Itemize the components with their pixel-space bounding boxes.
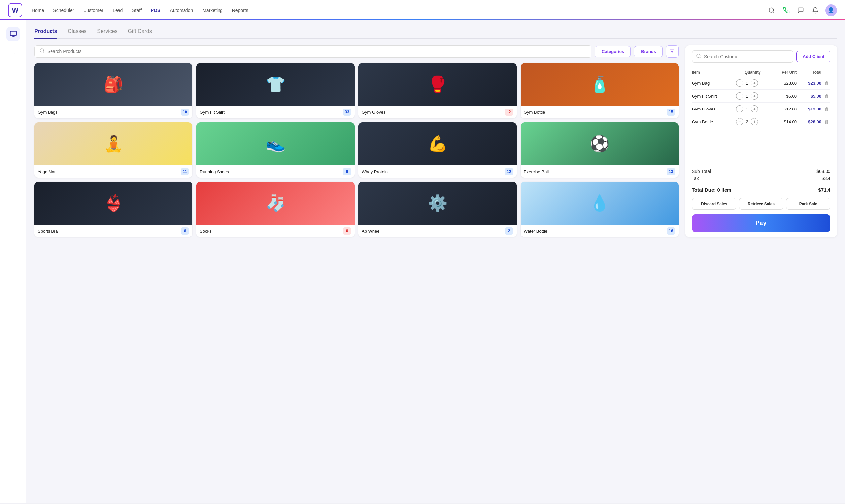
brands-button[interactable]: Brands bbox=[634, 46, 663, 57]
qty-decrease-button[interactable]: − bbox=[736, 92, 743, 100]
product-card[interactable]: 👕 Gym Fit Shirt 33 bbox=[196, 63, 354, 119]
tab-classes[interactable]: Classes bbox=[68, 29, 87, 39]
totals-section: Sub Total $68.00 Tax $3.4 Total Due: 0 I… bbox=[692, 165, 830, 232]
notification-icon[interactable] bbox=[811, 6, 820, 15]
whatsapp-icon[interactable] bbox=[796, 6, 805, 15]
sidebar-collapse-arrow[interactable]: → bbox=[11, 50, 16, 56]
pay-button[interactable]: Pay bbox=[692, 214, 830, 232]
customer-search-box[interactable] bbox=[692, 51, 793, 63]
main-wrap: → Products Classes Services Gift Cards bbox=[0, 20, 845, 503]
product-card[interactable]: 🎒 Gym Bags 10 bbox=[34, 63, 192, 119]
quantity-control: − 1 + bbox=[736, 92, 769, 100]
delete-item-button[interactable]: 🗑 bbox=[823, 119, 830, 125]
product-image: ⚙️ bbox=[358, 182, 516, 224]
logo-letter: W bbox=[12, 6, 19, 15]
product-card[interactable]: 💧 Water Bottle 16 bbox=[521, 182, 679, 237]
product-name: Water Bottle bbox=[524, 229, 547, 234]
quantity-control: − 1 + bbox=[736, 105, 769, 112]
product-image: 💧 bbox=[521, 182, 679, 224]
product-name: Exercise Ball bbox=[524, 169, 549, 174]
qty-number: 1 bbox=[745, 81, 749, 86]
product-card[interactable]: ⚙️ Ab Wheel 2 bbox=[358, 182, 516, 237]
product-image: ⚽ bbox=[521, 122, 679, 165]
nav-marketing[interactable]: Marketing bbox=[203, 7, 223, 13]
per-unit-price: $5.00 bbox=[770, 94, 797, 98]
categories-button[interactable]: Categories bbox=[595, 46, 631, 57]
search-icon[interactable] bbox=[767, 6, 776, 15]
product-footer: Water Bottle 16 bbox=[521, 224, 679, 237]
search-customer-input[interactable] bbox=[704, 54, 789, 59]
nav-reports[interactable]: Reports bbox=[232, 7, 248, 13]
tab-gift-cards[interactable]: Gift Cards bbox=[128, 29, 152, 39]
tab-services[interactable]: Services bbox=[97, 29, 117, 39]
delete-item-button[interactable]: 🗑 bbox=[823, 106, 830, 112]
qty-decrease-button[interactable]: − bbox=[736, 118, 743, 125]
logo[interactable]: W bbox=[8, 3, 22, 17]
per-unit-price: $23.00 bbox=[770, 81, 797, 86]
product-footer: Socks 0 bbox=[196, 224, 354, 237]
qty-increase-button[interactable]: + bbox=[751, 105, 758, 112]
total-price: $23.00 bbox=[798, 81, 821, 86]
qty-number: 2 bbox=[745, 120, 749, 124]
qty-increase-button[interactable]: + bbox=[751, 118, 758, 125]
total-due-label: Total Due: 0 Item bbox=[692, 187, 732, 193]
order-item-name: Gym Bag bbox=[692, 81, 735, 86]
product-card[interactable]: 👟 Running Shoes 9 bbox=[196, 122, 354, 178]
nav-home[interactable]: Home bbox=[32, 7, 44, 13]
product-card[interactable]: 🧦 Socks 0 bbox=[196, 182, 354, 237]
product-card[interactable]: 🧴 Gym Bottle 15 bbox=[521, 63, 679, 119]
action-buttons: Discard Sales Retrieve Sales Park Sale bbox=[692, 198, 830, 210]
nav-right-icons: 👤 bbox=[767, 4, 837, 16]
park-sale-button[interactable]: Park Sale bbox=[786, 198, 830, 210]
qty-decrease-button[interactable]: − bbox=[736, 79, 743, 87]
user-avatar[interactable]: 👤 bbox=[825, 4, 837, 16]
sidebar-pos-icon[interactable] bbox=[6, 27, 20, 41]
order-row: Gym Gloves − 1 + $12.00 $12.00 🗑 bbox=[692, 103, 830, 115]
order-item-name: Gym Bottle bbox=[692, 120, 735, 124]
filter-icon-button[interactable] bbox=[666, 45, 679, 58]
nav-automation[interactable]: Automation bbox=[170, 7, 193, 13]
product-card[interactable]: 👙 Sports Bra 6 bbox=[34, 182, 192, 237]
search-filter-row: Categories Brands bbox=[34, 45, 679, 58]
subtotal-label: Sub Total bbox=[692, 168, 711, 174]
discard-sales-button[interactable]: Discard Sales bbox=[692, 198, 736, 210]
product-name: Whey Protein bbox=[362, 169, 388, 174]
product-card[interactable]: ⚽ Exercise Ball 13 bbox=[521, 122, 679, 178]
product-name: Gym Bags bbox=[38, 110, 58, 115]
nav-scheduler[interactable]: Scheduler bbox=[53, 7, 74, 13]
product-search-box[interactable] bbox=[34, 45, 592, 58]
product-card[interactable]: 🥊 Gym Gloves -2 bbox=[358, 63, 516, 119]
qty-increase-button[interactable]: + bbox=[751, 79, 758, 87]
delete-item-button[interactable]: 🗑 bbox=[823, 80, 830, 86]
product-footer: Yoga Mat 11 bbox=[34, 165, 192, 178]
retrieve-sales-button[interactable]: Retrieve Sales bbox=[739, 198, 784, 210]
quantity-control: − 1 + bbox=[736, 79, 769, 87]
product-badge: 11 bbox=[180, 168, 189, 175]
delete-item-button[interactable]: 🗑 bbox=[823, 93, 830, 99]
qty-increase-button[interactable]: + bbox=[751, 92, 758, 100]
nav-customer[interactable]: Customer bbox=[83, 7, 103, 13]
product-badge: 2 bbox=[505, 227, 513, 235]
product-badge: 6 bbox=[180, 227, 189, 235]
product-footer: Exercise Ball 13 bbox=[521, 165, 679, 178]
nav-lead[interactable]: Lead bbox=[112, 7, 123, 13]
product-card[interactable]: 💪 Whey Protein 12 bbox=[358, 122, 516, 178]
product-name: Gym Fit Shirt bbox=[200, 110, 225, 115]
product-badge: 12 bbox=[505, 168, 513, 175]
order-table-header: Item Quantity Per Unit Total bbox=[692, 68, 830, 77]
svg-point-0 bbox=[770, 7, 774, 12]
tab-products[interactable]: Products bbox=[34, 29, 57, 39]
product-image: 💪 bbox=[358, 122, 516, 165]
qty-decrease-button[interactable]: − bbox=[736, 105, 743, 112]
add-client-button[interactable]: Add Client bbox=[796, 51, 830, 62]
product-name: Sports Bra bbox=[38, 229, 58, 234]
phone-icon[interactable] bbox=[781, 6, 791, 15]
tax-label: Tax bbox=[692, 176, 699, 181]
product-footer: Whey Protein 12 bbox=[358, 165, 516, 178]
product-card[interactable]: 🧘 Yoga Mat 11 bbox=[34, 122, 192, 178]
product-footer: Gym Bags 10 bbox=[34, 106, 192, 119]
search-products-input[interactable] bbox=[47, 49, 586, 54]
qty-number: 1 bbox=[745, 107, 749, 111]
nav-pos[interactable]: POS bbox=[151, 7, 161, 13]
nav-staff[interactable]: Staff bbox=[132, 7, 142, 13]
